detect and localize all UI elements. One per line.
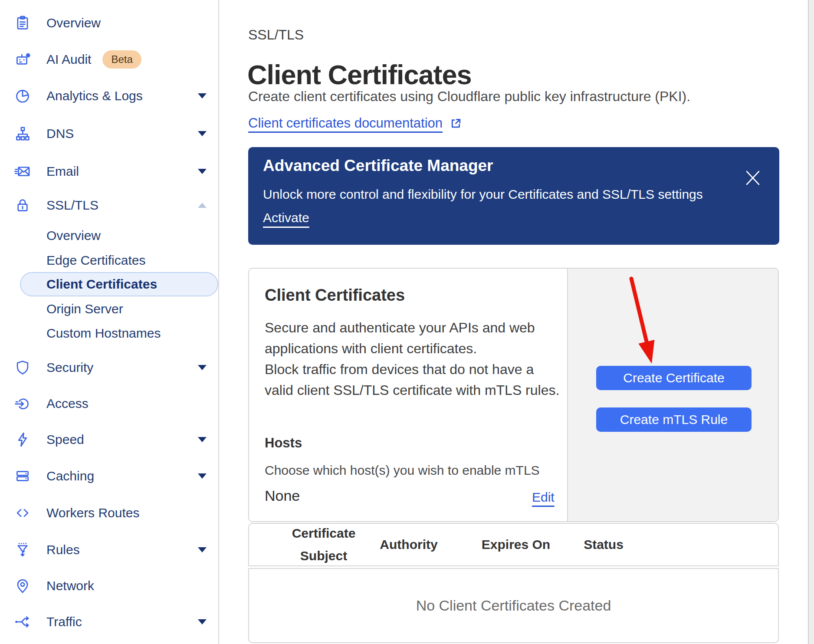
lightning-icon — [14, 431, 31, 448]
sidebar-subitem-client-certificates[interactable]: Client Certificates — [0, 272, 218, 296]
sidebar-subitem-origin-server[interactable]: Origin Server — [0, 297, 218, 321]
column-header-status: Status — [584, 533, 624, 556]
beta-badge: Beta — [102, 50, 141, 69]
sidebar-item-ai-audit[interactable]: AI AuditBeta — [0, 46, 218, 73]
sidebar-item-label: Client Certificates — [46, 277, 157, 292]
chevron-up-icon[interactable] — [198, 203, 207, 208]
sidebar-item-email[interactable]: Email — [0, 158, 218, 185]
card-description: Secure and authenticate your APIs and we… — [265, 317, 564, 401]
close-icon — [744, 169, 762, 187]
sidebar: OverviewAI AuditBetaAnalytics & LogsDNSE… — [0, 0, 218, 644]
banner-description: Unlock more control and flexibility for … — [263, 187, 703, 202]
client-certificates-card: Client Certificates Secure and authentic… — [248, 268, 779, 522]
page-title: Client Certificates — [247, 59, 472, 90]
sidebar-item-dns[interactable]: DNS — [0, 120, 218, 148]
sidebar-item-network[interactable]: Network — [0, 572, 218, 600]
activate-link[interactable]: Activate — [263, 210, 309, 225]
chevron-down-icon[interactable] — [198, 131, 207, 136]
sidebar-item-workers-routes[interactable]: Workers Routes — [0, 499, 218, 527]
acm-banner: Advanced Certificate Manager Unlock more… — [248, 147, 779, 245]
actions-panel — [567, 269, 778, 521]
create-mtls-rule-button[interactable]: Create mTLS Rule — [596, 407, 752, 432]
column-header-expires-on: Expires On — [482, 533, 550, 556]
pie-chart-icon — [14, 88, 31, 104]
code-brackets-icon — [14, 505, 31, 521]
hosts-description: Choose which host(s) you wish to enable … — [265, 463, 540, 478]
docs-link[interactable]: Client certificates documentation — [248, 115, 463, 131]
column-header-certificate-subject: Certificate Subject — [276, 522, 371, 567]
sidebar-item-caching[interactable]: Caching — [0, 462, 218, 490]
sidebar-item-label: Caching — [46, 469, 94, 483]
edit-hosts-link[interactable]: Edit — [532, 490, 555, 505]
certificates-table-header: Certificate SubjectAuthorityExpires OnSt… — [248, 523, 779, 566]
sidebar-item-label: Network — [46, 578, 94, 593]
chevron-down-icon[interactable] — [198, 365, 207, 370]
traffic-split-icon — [14, 614, 31, 630]
chevron-down-icon[interactable] — [198, 473, 207, 479]
sidebar-item-overview[interactable]: Overview — [0, 9, 218, 37]
funnel-icon — [14, 542, 31, 558]
sidebar-subitem-edge-certificates[interactable]: Edge Certificates — [0, 248, 218, 273]
dismiss-banner-button[interactable] — [744, 169, 762, 187]
server-stack-icon — [14, 468, 31, 484]
login-arrow-icon — [14, 395, 31, 412]
robot-icon — [14, 51, 31, 68]
sidebar-subitem-overview[interactable]: Overview — [0, 223, 218, 248]
lock-icon — [14, 197, 31, 214]
sidebar-item-access[interactable]: Access — [0, 390, 218, 417]
certificates-table-body: No Client Certificates Created — [248, 568, 779, 643]
banner-title: Advanced Certificate Manager — [263, 157, 493, 175]
sidebar-item-label: AI Audit — [46, 52, 91, 67]
sidebar-item-ssl-tls[interactable]: SSL/TLS — [0, 191, 218, 219]
envelope-icon — [14, 163, 31, 180]
sidebar-item-rules[interactable]: Rules — [0, 536, 218, 564]
sidebar-item-label: Speed — [46, 432, 84, 447]
chevron-down-icon[interactable] — [198, 437, 207, 442]
sidebar-item-speed[interactable]: Speed — [0, 426, 218, 453]
sidebar-item-label: Security — [46, 360, 93, 375]
sidebar-item-label: Traffic — [46, 614, 82, 629]
sidebar-subitem-custom-hostnames[interactable]: Custom Hostnames — [0, 321, 218, 345]
chevron-down-icon[interactable] — [198, 169, 207, 174]
sidebar-divider — [218, 0, 219, 644]
chevron-down-icon[interactable] — [198, 93, 207, 99]
sidebar-item-label: Edge Certificates — [46, 253, 145, 268]
chevron-down-icon[interactable] — [198, 619, 207, 624]
sidebar-item-label: DNS — [46, 126, 74, 141]
empty-state-text: No Client Certificates Created — [416, 597, 611, 614]
map-pin-icon — [14, 578, 31, 594]
page-description: Create client certificates using Cloudfl… — [248, 89, 690, 105]
sidebar-item-analytics-logs[interactable]: Analytics & Logs — [0, 82, 218, 110]
clipboard-icon — [14, 15, 31, 31]
sidebar-item-label: Access — [46, 396, 89, 411]
sidebar-item-traffic[interactable]: Traffic — [0, 608, 218, 636]
shield-icon — [14, 359, 31, 376]
section-label: SSL/TLS — [248, 27, 304, 43]
create-certificate-button[interactable]: Create Certificate — [596, 366, 752, 390]
sidebar-item-label: SSL/TLS — [46, 198, 98, 213]
sidebar-item-label: Rules — [46, 542, 80, 557]
page: { "sidebar": { "items": [ {"label":"Over… — [0, 0, 814, 644]
sidebar-item-label: Email — [46, 164, 79, 179]
hierarchy-icon — [14, 125, 31, 142]
chevron-down-icon[interactable] — [198, 547, 207, 552]
sidebar-item-label: Overview — [46, 16, 101, 30]
sidebar-item-label: Workers Routes — [46, 506, 140, 520]
docs-link-label[interactable]: Client certificates documentation — [248, 115, 443, 131]
scrollbar-track[interactable] — [808, 0, 814, 644]
sidebar-item-label: Overview — [46, 228, 101, 243]
sidebar-item-label: Origin Server — [46, 302, 123, 316]
card-title: Client Certificates — [265, 286, 405, 305]
column-header-authority: Authority — [380, 533, 437, 556]
sidebar-item-security[interactable]: Security — [0, 354, 218, 381]
hosts-heading: Hosts — [265, 435, 302, 451]
sidebar-item-label: Analytics & Logs — [46, 89, 143, 103]
external-link-icon — [450, 117, 463, 130]
sidebar-item-label: Custom Hostnames — [46, 326, 161, 341]
hosts-value: None — [265, 487, 300, 504]
